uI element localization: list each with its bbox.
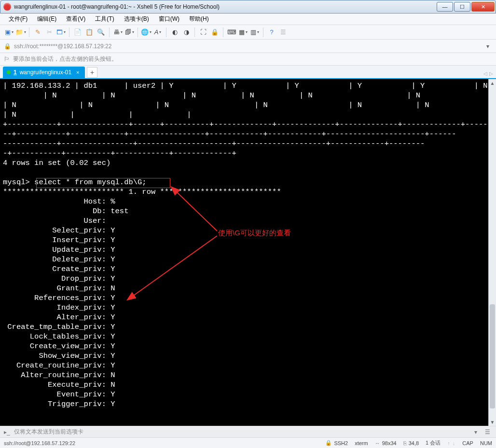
reconnect-button[interactable]: ✎ xyxy=(32,27,43,38)
menu-file[interactable]: 文件(F) xyxy=(5,14,31,24)
maximize-button[interactable]: ☐ xyxy=(454,2,470,12)
log-button[interactable]: 🗐 xyxy=(124,27,135,38)
close-button[interactable]: ✕ xyxy=(471,2,495,12)
help-button[interactable]: ? xyxy=(266,27,277,38)
menu-window[interactable]: 窗口(W) xyxy=(155,14,183,24)
tab-strip: 1 wangruifenglinux-01 × + ◁ ▷ xyxy=(0,66,496,79)
new-tab-button[interactable]: + xyxy=(87,67,97,78)
menu-edit[interactable]: 编辑(E) xyxy=(33,14,60,24)
hint-text: 要添加当前会话，点击左侧的箭头按钮。 xyxy=(13,55,117,63)
scroll-up-button[interactable]: ▲ xyxy=(489,79,496,87)
size-icon: ↔ xyxy=(375,440,380,446)
separator xyxy=(29,27,29,37)
terminal-area: | 192.168.133.2 | db1 | user2 | Y | Y | … xyxy=(0,79,496,426)
menu-view[interactable]: 查看(V) xyxy=(62,14,89,24)
separator xyxy=(194,27,195,37)
separator xyxy=(263,27,263,37)
status-bar: ssh://root@192.168.57.129:22 🔒SSH2 xterm… xyxy=(0,437,496,448)
paste-button[interactable]: 📋 xyxy=(84,27,95,38)
status-transfer-icon: ↑ ↓ xyxy=(447,440,455,446)
open-session-button[interactable]: 📁 xyxy=(15,27,26,38)
status-caps: CAP xyxy=(462,440,473,446)
app-icon xyxy=(3,3,11,11)
menu-help[interactable]: 帮助(H) xyxy=(185,14,213,24)
font-button[interactable]: A xyxy=(152,27,163,38)
properties-button[interactable]: 🗔 xyxy=(55,27,66,38)
main-toolbar: ▣ 📁 ✎ ✂ 🗔 📄 📋 🔍 🖶 🗐 🌐 A ◐ ◑ ⛶ 🔒 ⌨ ▦ ▥ ? … xyxy=(0,25,496,40)
disconnect-button[interactable]: ✂ xyxy=(44,27,55,38)
copy-button[interactable]: 📄 xyxy=(72,27,83,38)
tab-next-button[interactable]: ▷ xyxy=(489,71,493,76)
new-session-button[interactable]: ▣ xyxy=(4,27,14,38)
menu-tab[interactable]: 选项卡(B) xyxy=(120,14,153,24)
scrollbar[interactable]: ▲ ▼ xyxy=(488,79,496,426)
find-button[interactable]: 🔍 xyxy=(96,27,106,38)
menubar: 文件(F) 编辑(E) 查看(V) 工具(T) 选项卡(B) 窗口(W) 帮助(… xyxy=(0,14,496,25)
color-scheme-button[interactable]: ◐ xyxy=(169,27,180,38)
status-sessions: 1 会话 xyxy=(426,439,441,447)
hint-bar: 🏳 要添加当前会话，点击左侧的箭头按钮。 xyxy=(0,53,496,66)
separator xyxy=(166,27,166,37)
terminal[interactable]: | 192.168.133.2 | db1 | user2 | Y | Y | … xyxy=(0,79,488,426)
highlight-button[interactable]: ◑ xyxy=(181,27,192,38)
address-text[interactable]: ssh://root:********@192.168.57.129:22 xyxy=(14,43,481,50)
tab-status-icon xyxy=(7,70,11,74)
window-titlebar: wangruifenglinux-01 - root@wangruifeng-0… xyxy=(0,0,496,14)
send-icon: ▸_ xyxy=(4,429,10,435)
status-size: 98x34 xyxy=(382,440,397,446)
status-ssh: SSH2 xyxy=(334,440,348,446)
tab-label: wangruifenglinux-01 xyxy=(20,69,71,76)
about-button[interactable]: ☰ xyxy=(278,27,289,38)
fullscreen-button[interactable]: ⛶ xyxy=(198,27,208,38)
keyboard-button[interactable]: ⌨ xyxy=(226,27,237,38)
scroll-thumb[interactable] xyxy=(490,304,495,408)
print-button[interactable]: 🖶 xyxy=(112,27,123,38)
tab-index: 1 xyxy=(14,69,17,76)
layout-button[interactable]: ▦ xyxy=(238,27,248,38)
window-title: wangruifenglinux-01 - root@wangruifeng-0… xyxy=(14,3,437,10)
status-connection: ssh://root@192.168.57.129:22 xyxy=(4,440,318,446)
separator xyxy=(69,27,69,37)
lock-button[interactable]: 🔒 xyxy=(209,27,220,38)
tile-button[interactable]: ▥ xyxy=(249,27,260,38)
cursor-icon: ⎘ xyxy=(403,440,407,446)
tab-close-button[interactable]: × xyxy=(74,69,81,76)
tab-nav: ◁ ▷ xyxy=(483,71,493,76)
minimize-button[interactable]: — xyxy=(437,2,453,12)
send-target-dropdown[interactable]: ▾ xyxy=(472,429,479,435)
status-cursor: 34,8 xyxy=(409,440,419,446)
address-dropdown-button[interactable]: ▾ xyxy=(483,42,492,51)
ssh-icon: 🔒 xyxy=(325,440,332,446)
address-bar: 🔒 ssh://root:********@192.168.57.129:22 … xyxy=(0,40,496,53)
status-term: xterm xyxy=(355,440,368,446)
separator xyxy=(109,27,110,37)
menu-tools[interactable]: 工具(T) xyxy=(91,14,118,24)
session-tab[interactable]: 1 wangruifenglinux-01 × xyxy=(3,67,85,78)
language-button[interactable]: 🌐 xyxy=(141,27,152,38)
hint-icon: 🏳 xyxy=(4,55,10,63)
status-num: NUM xyxy=(480,440,492,446)
lock-icon: 🔒 xyxy=(4,43,11,50)
separator xyxy=(223,27,223,37)
separator xyxy=(138,27,138,37)
send-menu-button[interactable]: ☰ xyxy=(483,429,492,435)
tab-prev-button[interactable]: ◁ xyxy=(483,71,487,76)
send-bar: ▸_ 仅将文本发送到当前选项卡 ▾ ☰ xyxy=(0,426,496,437)
send-text[interactable]: 仅将文本发送到当前选项卡 xyxy=(14,428,83,436)
scroll-down-button[interactable]: ▼ xyxy=(489,418,496,426)
